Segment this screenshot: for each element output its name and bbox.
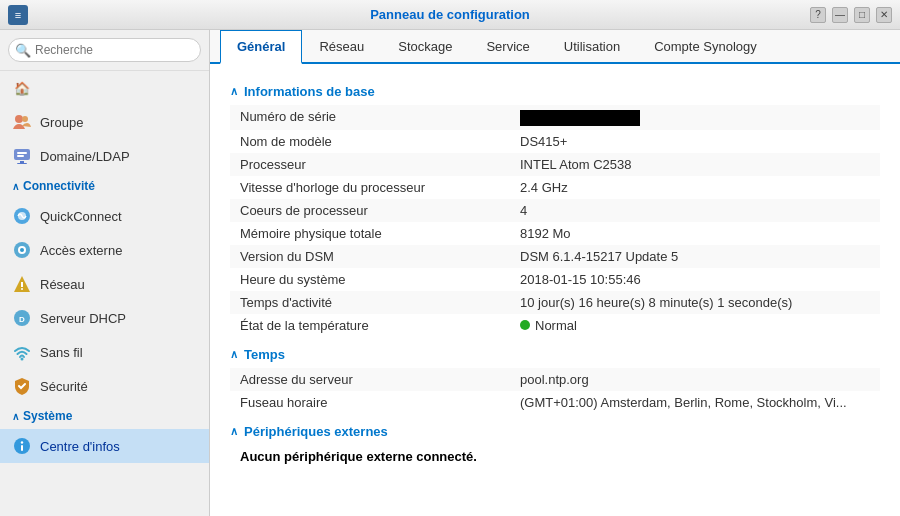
tab-bar: Général Réseau Stockage Service Utilisat…: [210, 30, 900, 64]
section-chevron-informations: ∧: [230, 85, 238, 98]
section-chevron-peripheriques: ∧: [230, 425, 238, 438]
temps-table: Adresse du serveur pool.ntp.org Fuseau h…: [230, 368, 880, 414]
sidebar-search-area: 🔍: [0, 30, 209, 71]
value-serial: [510, 105, 880, 130]
tab-reseau[interactable]: Réseau: [302, 30, 381, 64]
quickconnect-icon: [12, 206, 32, 226]
main-content: ∧ Informations de base Numéro de série N…: [210, 64, 900, 516]
sidebar-label-quickconnect: QuickConnect: [40, 209, 122, 224]
table-row: Version du DSM DSM 6.1.4-15217 Update 5: [230, 245, 880, 268]
dhcp-icon: D: [12, 308, 32, 328]
value-timezone: (GMT+01:00) Amsterdam, Berlin, Rome, Sto…: [510, 391, 880, 414]
svg-point-17: [21, 358, 24, 361]
tab-stockage[interactable]: Stockage: [381, 30, 469, 64]
label-dsm-version: Version du DSM: [230, 245, 510, 268]
svg-rect-13: [21, 282, 23, 287]
sidebar-label-sans-fil: Sans fil: [40, 345, 83, 360]
info-icon: [12, 436, 32, 456]
section-title-informations: Informations de base: [244, 84, 375, 99]
status-text: Normal: [535, 318, 577, 333]
svg-rect-20: [21, 445, 23, 451]
sidebar-label-centre-dinfos: Centre d'infos: [40, 439, 120, 454]
sidebar-label-reseau: Réseau: [40, 277, 85, 292]
group-icon: [12, 112, 32, 132]
svg-point-0: [15, 115, 23, 123]
label-uptime: Temps d'activité: [230, 291, 510, 314]
home-icon: 🏠: [12, 78, 32, 98]
chevron-icon: ∧: [12, 181, 19, 192]
svg-text:D: D: [19, 315, 25, 324]
value-system-time: 2018-01-15 10:55:46: [510, 268, 880, 291]
value-cpu-cores: 4: [510, 199, 880, 222]
sidebar-item-groupe[interactable]: Groupe: [0, 105, 209, 139]
value-temperature: Normal: [510, 314, 880, 337]
sidebar-item-home[interactable]: 🏠: [0, 71, 209, 105]
status-normal: Normal: [520, 318, 870, 333]
tab-utilisation[interactable]: Utilisation: [547, 30, 637, 64]
table-row: Numéro de série: [230, 105, 880, 130]
sidebar-item-reseau[interactable]: Réseau: [0, 267, 209, 301]
svg-point-19: [21, 441, 23, 443]
svg-rect-3: [17, 152, 27, 154]
table-row: Coeurs de processeur 4: [230, 199, 880, 222]
maximize-button[interactable]: □: [854, 7, 870, 23]
section-connectivite-label: Connectivité: [23, 179, 95, 193]
titlebar: ≡ Panneau de configuration ? — □ ✕: [0, 0, 900, 30]
label-model: Nom de modèle: [230, 130, 510, 153]
table-row: Heure du système 2018-01-15 10:55:46: [230, 268, 880, 291]
sidebar: 🔍 🏠 Groupe: [0, 30, 210, 516]
no-peripheral-message: Aucun périphérique externe connecté.: [230, 445, 880, 468]
section-header-peripheriques: ∧ Périphériques externes: [230, 424, 880, 439]
section-header-temps: ∧ Temps: [230, 347, 880, 362]
sidebar-item-acces-externe[interactable]: Accès externe: [0, 233, 209, 267]
label-memory: Mémoire physique totale: [230, 222, 510, 245]
sidebar-section-systeme[interactable]: ∧ Système: [0, 403, 209, 429]
redacted-serial: [520, 110, 640, 126]
network-icon: [12, 274, 32, 294]
table-row: Processeur INTEL Atom C2538: [230, 153, 880, 176]
table-row: Mémoire physique totale 8192 Mo: [230, 222, 880, 245]
status-dot-green: [520, 320, 530, 330]
tab-general[interactable]: Général: [220, 30, 302, 64]
value-memory: 8192 Mo: [510, 222, 880, 245]
chevron-systeme-icon: ∧: [12, 411, 19, 422]
minimize-button[interactable]: —: [832, 7, 848, 23]
tab-compte-synology[interactable]: Compte Synology: [637, 30, 774, 64]
svg-point-11: [20, 248, 24, 252]
sidebar-label-groupe: Groupe: [40, 115, 83, 130]
table-row: Temps d'activité 10 jour(s) 16 heure(s) …: [230, 291, 880, 314]
sidebar-label-domaine: Domaine/LDAP: [40, 149, 130, 164]
label-temperature: État de la température: [230, 314, 510, 337]
sidebar-item-domaine[interactable]: Domaine/LDAP: [0, 139, 209, 173]
sidebar-item-sans-fil[interactable]: Sans fil: [0, 335, 209, 369]
wifi-icon: [12, 342, 32, 362]
close-button[interactable]: ✕: [876, 7, 892, 23]
window-title: Panneau de configuration: [370, 7, 530, 22]
sidebar-item-dhcp[interactable]: D Serveur DHCP: [0, 301, 209, 335]
content-area: Général Réseau Stockage Service Utilisat…: [210, 30, 900, 516]
main-container: 🔍 🏠 Groupe: [0, 30, 900, 516]
sidebar-item-quickconnect[interactable]: QuickConnect: [0, 199, 209, 233]
informations-table: Numéro de série Nom de modèle DS415+ Pro…: [230, 105, 880, 337]
sidebar-section-connectivite[interactable]: ∧ Connectivité: [0, 173, 209, 199]
search-input[interactable]: [8, 38, 201, 62]
svg-point-1: [22, 116, 28, 122]
security-icon: [12, 376, 32, 396]
svg-rect-5: [20, 161, 24, 163]
search-icon: 🔍: [15, 43, 31, 58]
svg-rect-2: [14, 149, 30, 160]
value-uptime: 10 jour(s) 16 heure(s) 8 minute(s) 1 sec…: [510, 291, 880, 314]
sidebar-item-centre-dinfos[interactable]: Centre d'infos: [0, 429, 209, 463]
sidebar-item-securite[interactable]: Sécurité: [0, 369, 209, 403]
table-row: État de la température Normal: [230, 314, 880, 337]
table-row: Fuseau horaire (GMT+01:00) Amsterdam, Be…: [230, 391, 880, 414]
value-dsm-version: DSM 6.1.4-15217 Update 5: [510, 245, 880, 268]
label-processor: Processeur: [230, 153, 510, 176]
label-cpu-cores: Coeurs de processeur: [230, 199, 510, 222]
label-system-time: Heure du système: [230, 268, 510, 291]
value-model: DS415+: [510, 130, 880, 153]
help-button[interactable]: ?: [810, 7, 826, 23]
app-icon: ≡: [8, 5, 28, 25]
tab-service[interactable]: Service: [469, 30, 546, 64]
no-peripheral-text: Aucun périphérique externe connecté.: [240, 449, 477, 464]
